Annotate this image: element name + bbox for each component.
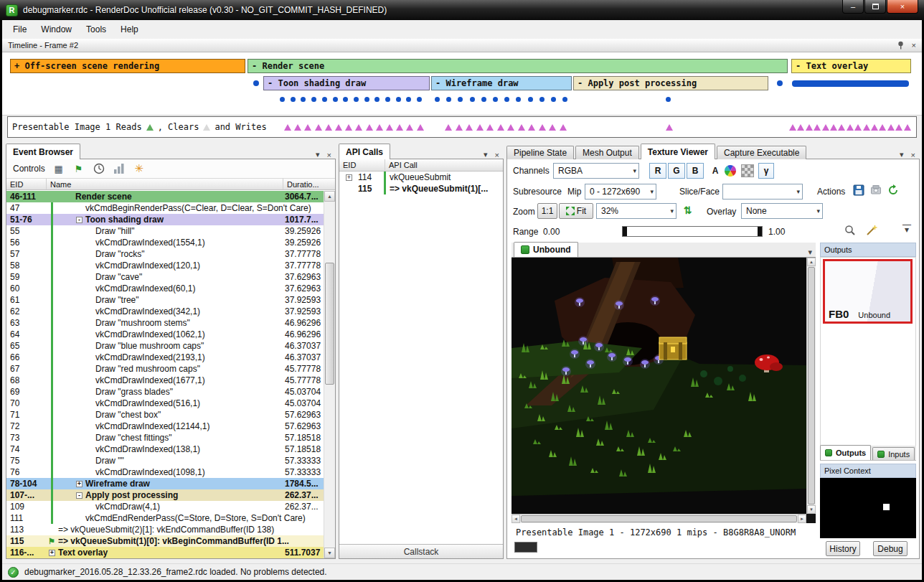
texture-list-dropdown-icon[interactable]: ▾ [808, 248, 812, 257]
write-triangle[interactable] [486, 124, 494, 131]
slice-face-select[interactable]: ▾ [722, 184, 803, 200]
api-calls-columns[interactable]: EID API Call [339, 159, 503, 172]
draw-event-dot[interactable] [385, 97, 390, 102]
write-triangle[interactable] [466, 124, 473, 131]
write-triangle[interactable] [863, 124, 870, 131]
draw-event-dot[interactable] [374, 97, 380, 102]
write-triangle[interactable] [345, 124, 352, 131]
write-triangle[interactable] [386, 124, 393, 131]
draw-event-dot[interactable] [446, 97, 451, 102]
timeline-titlebar[interactable]: Timeline - Frame #2 × [2, 39, 922, 52]
write-triangle[interactable] [887, 124, 895, 131]
api-row-114[interactable]: + 114 vkQueueSubmit [339, 172, 503, 183]
texture-display[interactable]: ▲ ▼ ◄ ► [512, 258, 816, 523]
timeline-section-offscreen[interactable]: + Off-screen scene rendering [10, 59, 245, 73]
scrollbar-thumb[interactable] [808, 267, 815, 504]
dock-menu-icon[interactable]: ▾ [900, 150, 904, 159]
minimize-button[interactable]: – [842, 0, 864, 14]
dock-menu-icon[interactable]: ▾ [484, 150, 488, 159]
fb0-thumbnail[interactable]: FB0 Unbound [823, 259, 913, 324]
menu-tools[interactable]: Tools [79, 22, 113, 37]
channel-red-toggle[interactable]: R [649, 163, 666, 179]
event-row-56[interactable]: 56vkCmdDrawIndexed(1554,1)39.25926 [6, 237, 324, 248]
event-row-111[interactable]: 111vkCmdEndRenderPass(C=Store, D=Store, … [6, 512, 324, 524]
zoom-1-1-button[interactable]: 1:1 [537, 203, 557, 219]
event-row-51-76[interactable]: 51-76-Toon shading draw1017.7... [6, 214, 324, 225]
tab-unbound-texture[interactable]: Unbound [514, 242, 578, 257]
event-row-78-104[interactable]: 78-104+Wireframe draw1784.5... [6, 478, 324, 489]
event-row-58[interactable]: 58vkCmdDrawIndexed(120,1)37.77778 [6, 260, 324, 271]
write-triangle[interactable] [528, 124, 535, 131]
draw-event-dot[interactable] [396, 97, 401, 102]
draw-event-dot[interactable] [301, 97, 306, 102]
write-triangle[interactable] [304, 124, 311, 131]
draw-event-dot[interactable] [311, 97, 316, 102]
draw-event-dot[interactable] [435, 97, 440, 102]
tab-pipeline-state[interactable]: Pipeline State [506, 146, 574, 159]
range-slider[interactable] [622, 226, 763, 237]
write-triangle[interactable] [814, 124, 821, 131]
zoom-range-icon[interactable] [844, 225, 856, 238]
write-triangle[interactable] [325, 124, 332, 131]
draw-event-dot[interactable] [562, 97, 567, 102]
event-row-65[interactable]: 65Draw "blue mushroom caps"46.37037 [6, 340, 324, 352]
draw-event-dot[interactable] [333, 97, 338, 102]
menu-help[interactable]: Help [113, 22, 146, 37]
draw-event-dot[interactable] [406, 97, 411, 102]
draw-event-dot[interactable] [417, 97, 422, 102]
write-triangle[interactable] [822, 124, 829, 131]
event-row-75[interactable]: 75Draw ""57.33333 [6, 455, 324, 466]
range-low-handle[interactable] [623, 227, 627, 236]
write-triangle[interactable] [879, 124, 886, 131]
pixel-context-view[interactable] [820, 478, 916, 538]
channels-select[interactable]: RGBA ▾ [553, 163, 639, 179]
scrollbar-thumb[interactable] [521, 515, 797, 522]
expand-icon[interactable]: + [49, 550, 55, 556]
tab-inputs[interactable]: Inputs [872, 447, 915, 460]
draw-event-dot[interactable] [516, 97, 521, 102]
write-triangle[interactable] [497, 124, 504, 131]
draw-event-dot[interactable] [528, 97, 533, 102]
maximize-button[interactable] [864, 0, 886, 14]
timeline-usage-row[interactable]: Presentable Image 1 Reads , Clears and W… [7, 116, 917, 138]
column-eid[interactable]: EID [6, 179, 47, 189]
time-durations-icon[interactable] [93, 162, 105, 175]
toolbar-overflow-icon[interactable]: —▾ [902, 222, 911, 233]
save-texture-icon[interactable] [853, 184, 864, 198]
range-high-handle[interactable] [758, 227, 762, 236]
pin-icon[interactable] [897, 41, 905, 50]
write-triangle[interactable] [549, 124, 556, 131]
event-row-107-...[interactable]: 107-...-Apply post processing262.37... [6, 489, 324, 501]
event-row-64[interactable]: 64vkCmdDrawIndexed(1062,1)46.96296 [6, 329, 324, 340]
overlay-select[interactable]: None ▾ [741, 203, 823, 219]
draw-event-dot[interactable] [458, 97, 463, 102]
event-row-68[interactable]: 68vkCmdDrawIndexed(1677,1)45.77778 [6, 375, 324, 386]
event-row-115[interactable]: 115⚑=> vkQueueSubmit(1)[0]: vkBeginComma… [6, 535, 324, 547]
column-name[interactable]: Name [47, 179, 283, 189]
zoom-fit-button[interactable]: Fit [559, 203, 593, 219]
write-triangle[interactable] [539, 124, 546, 131]
draw-event-dot[interactable] [322, 97, 327, 102]
write-triangle[interactable] [445, 124, 452, 131]
tab-capture-executable[interactable]: Capture Executable [717, 146, 806, 159]
channel-blue-toggle[interactable]: B [687, 163, 704, 179]
callstack-section[interactable]: Callstack [339, 544, 503, 558]
timeline-section-post[interactable]: - Apply post processing [573, 76, 768, 90]
channel-alpha-toggle[interactable]: A [707, 163, 724, 179]
write-triangle[interactable] [838, 124, 845, 131]
write-triangle[interactable] [854, 124, 862, 131]
event-row-76[interactable]: 76vkCmdDrawIndexed(1098,1)57.33333 [6, 466, 324, 478]
event-row-55[interactable]: 55Draw "hill"39.25926 [6, 225, 324, 237]
flip-y-icon[interactable]: ⇅ [684, 205, 692, 216]
browse-events-icon[interactable]: ▦ [52, 162, 65, 175]
collapse-icon[interactable]: - [76, 492, 82, 499]
draw-event-dot[interactable] [364, 97, 369, 102]
scroll-down-icon[interactable]: ▼ [324, 548, 335, 558]
history-button[interactable]: History [826, 541, 860, 556]
tab-api-calls[interactable]: API Calls [339, 144, 390, 159]
event-row-60[interactable]: 60vkCmdDrawIndexed(60,1)37.62963 [6, 283, 324, 294]
event-row-72[interactable]: 72vkCmdDrawIndexed(12144,1)57.62963 [6, 421, 324, 432]
expand-icon[interactable]: + [346, 174, 352, 181]
draw-event-dot[interactable] [354, 97, 359, 102]
scrollbar-thumb[interactable] [325, 263, 334, 385]
